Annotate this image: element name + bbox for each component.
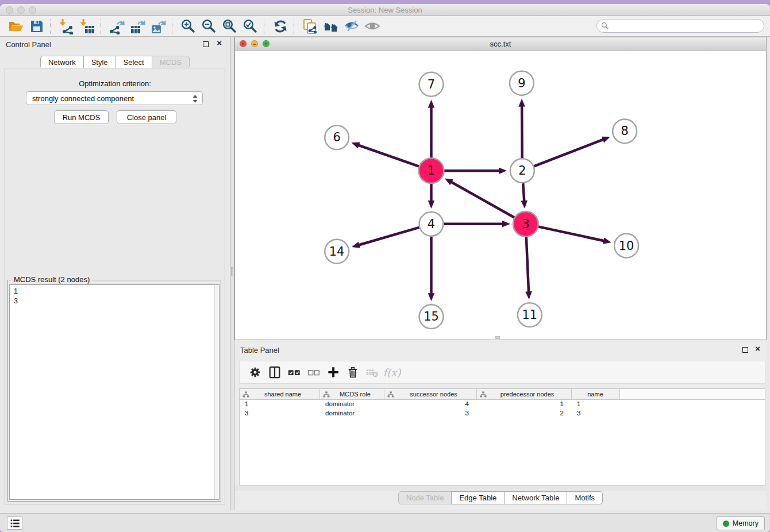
import-network-icon[interactable] bbox=[56, 18, 77, 35]
canvas-scroll-grip[interactable] bbox=[495, 336, 500, 339]
table-tab-motifs[interactable]: Motifs bbox=[567, 491, 603, 504]
table-tabs: Node TableEdge TableNetwork TableMotifs bbox=[234, 491, 767, 504]
refresh-view-icon[interactable] bbox=[270, 18, 291, 35]
network-canvas[interactable]: 7968124314101511 bbox=[235, 51, 766, 340]
column-header-predecessor-nodes[interactable]: predecessor nodes bbox=[477, 389, 572, 399]
task-history-button[interactable] bbox=[7, 516, 22, 530]
table-row[interactable]: 1dominator411 bbox=[240, 400, 765, 409]
import-table-icon[interactable] bbox=[77, 18, 98, 35]
delete-column-icon[interactable] bbox=[343, 364, 363, 381]
column-header-successor-nodes[interactable]: successor nodes bbox=[384, 389, 477, 399]
result-scrollbar[interactable] bbox=[214, 285, 219, 499]
attribute-icon bbox=[323, 391, 330, 398]
edge-3-10[interactable] bbox=[538, 226, 611, 244]
zoom-out-icon[interactable] bbox=[199, 18, 220, 35]
cell-successor-nodes[interactable]: 4 bbox=[384, 400, 477, 409]
edge-1-7[interactable] bbox=[428, 100, 435, 159]
export-table-icon[interactable] bbox=[128, 18, 148, 35]
edge-1-4[interactable] bbox=[428, 183, 435, 209]
graph-node-9[interactable]: 9 bbox=[510, 71, 534, 95]
cell-MCDS-role[interactable]: dominator bbox=[320, 409, 384, 418]
open-session-icon[interactable] bbox=[6, 18, 26, 35]
cell-predecessor-nodes[interactable]: 2 bbox=[477, 409, 572, 418]
cell-shared-name[interactable]: 1 bbox=[240, 400, 320, 409]
control-panel-float-icon[interactable] bbox=[203, 41, 209, 47]
edge-2-3[interactable] bbox=[521, 183, 528, 209]
table-tab-edge-table[interactable]: Edge Table bbox=[451, 491, 505, 504]
cell-MCDS-role[interactable]: dominator bbox=[320, 400, 384, 409]
table-row[interactable]: 3dominator323 bbox=[240, 409, 765, 418]
home-icon[interactable] bbox=[321, 18, 341, 35]
graph-node-1[interactable]: 1 bbox=[419, 158, 444, 183]
attribute-icon bbox=[480, 391, 487, 398]
criterion-select[interactable]: strongly connected component bbox=[26, 91, 203, 105]
edge-4-14[interactable] bbox=[352, 228, 419, 248]
deselect-all-checks-icon[interactable] bbox=[304, 364, 324, 381]
run-mcds-button[interactable]: Run MCDS bbox=[54, 110, 109, 124]
export-image-icon[interactable] bbox=[148, 18, 169, 35]
control-panel-close-icon[interactable]: × bbox=[217, 38, 222, 48]
edge-3-1[interactable] bbox=[445, 178, 515, 218]
search-box[interactable] bbox=[596, 19, 764, 33]
close-panel-button[interactable]: Close panel bbox=[117, 110, 176, 124]
table-tab-node-table[interactable]: Node Table bbox=[398, 491, 452, 504]
select-all-checks-icon[interactable] bbox=[284, 364, 304, 381]
column-header-name[interactable]: name bbox=[572, 389, 620, 399]
edge-4-3[interactable] bbox=[444, 221, 510, 228]
graph-node-10[interactable]: 10 bbox=[614, 234, 638, 258]
cell-name[interactable]: 1 bbox=[572, 400, 620, 409]
graph-node-6[interactable]: 6 bbox=[325, 125, 349, 149]
svg-text:7: 7 bbox=[428, 78, 435, 91]
app-window: Session: New Session Control Panel × Net… bbox=[0, 4, 770, 532]
edge-4-15[interactable] bbox=[428, 237, 435, 302]
zoom-in-icon[interactable] bbox=[178, 18, 199, 35]
cell-predecessor-nodes[interactable]: 1 bbox=[477, 400, 572, 409]
toolbar-separator bbox=[50, 19, 51, 34]
cell-name[interactable]: 3 bbox=[572, 409, 620, 418]
splitter-grip[interactable] bbox=[231, 267, 233, 276]
application: Session: New Session Control Panel × Net… bbox=[0, 0, 770, 532]
edge-1-2[interactable] bbox=[444, 167, 507, 174]
tab-style[interactable]: Style bbox=[83, 56, 116, 69]
hide-selected-icon[interactable] bbox=[341, 18, 362, 35]
tab-select[interactable]: Select bbox=[116, 56, 152, 69]
edge-1-6[interactable] bbox=[352, 142, 419, 166]
graph-node-3[interactable]: 3 bbox=[513, 211, 538, 237]
graph-node-8[interactable]: 8 bbox=[613, 119, 637, 144]
tab-network[interactable]: Network bbox=[40, 56, 84, 69]
edge-2-8[interactable] bbox=[534, 137, 610, 167]
tab-mcds[interactable]: MCDS bbox=[152, 56, 190, 69]
gear-icon[interactable] bbox=[245, 364, 265, 381]
edge-3-11[interactable] bbox=[525, 237, 532, 300]
control-panel-tabs: NetworkStyleSelectMCDS bbox=[0, 56, 230, 69]
network-from-selection-icon[interactable] bbox=[300, 18, 321, 35]
column-layout-icon[interactable] bbox=[265, 364, 284, 381]
search-icon bbox=[601, 22, 609, 30]
node-table-body: 1dominator4113dominator323 bbox=[240, 400, 765, 418]
table-tab-network-table[interactable]: Network Table bbox=[504, 491, 567, 504]
graph-node-14[interactable]: 14 bbox=[325, 240, 349, 264]
mcds-result-list[interactable]: 1 3 bbox=[9, 284, 220, 500]
node-table: shared nameMCDS rolesuccessor nodesprede… bbox=[239, 388, 765, 485]
zoom-fit-icon[interactable] bbox=[220, 18, 240, 35]
column-header-MCDS-role[interactable]: MCDS role bbox=[320, 389, 384, 399]
search-input[interactable] bbox=[609, 21, 764, 31]
add-column-icon[interactable] bbox=[324, 364, 343, 381]
graph-node-11[interactable]: 11 bbox=[518, 303, 542, 327]
memory-button[interactable]: Memory bbox=[717, 516, 765, 530]
graph-node-2[interactable]: 2 bbox=[510, 159, 534, 183]
graph-node-7[interactable]: 7 bbox=[419, 72, 444, 97]
svg-text:10: 10 bbox=[619, 239, 634, 253]
panel-splitter[interactable] bbox=[230, 37, 234, 510]
table-panel-close-icon[interactable]: × bbox=[755, 344, 760, 353]
cell-shared-name[interactable]: 3 bbox=[240, 409, 320, 418]
save-session-icon[interactable] bbox=[26, 18, 47, 35]
table-panel-float-icon[interactable] bbox=[742, 347, 748, 353]
cell-successor-nodes[interactable]: 3 bbox=[384, 409, 477, 418]
edge-2-9[interactable] bbox=[518, 99, 525, 159]
column-header-shared-name[interactable]: shared name bbox=[240, 389, 320, 399]
graph-node-15[interactable]: 15 bbox=[419, 304, 444, 329]
zoom-selected-icon[interactable] bbox=[240, 18, 261, 35]
graph-node-4[interactable]: 4 bbox=[419, 212, 444, 236]
export-network-icon[interactable] bbox=[107, 18, 128, 35]
